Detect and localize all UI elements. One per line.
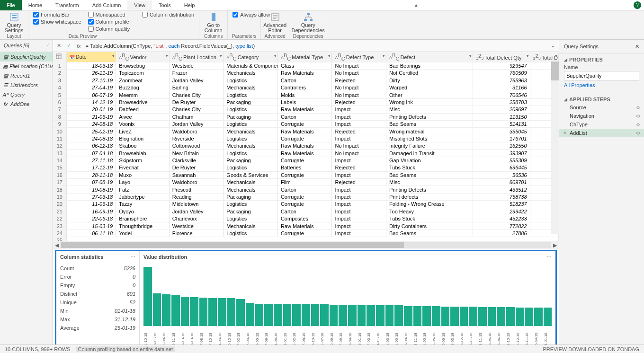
distribution-bar[interactable] bbox=[348, 305, 357, 326]
distribution-bar[interactable] bbox=[274, 304, 282, 327]
applied-step-chtype[interactable]: ChType⚙ bbox=[559, 120, 644, 129]
status-profiling[interactable]: Column profiling based on entire data se… bbox=[76, 346, 175, 352]
table-row[interactable]: 2116-09-19OyoyoJordan ValleyPackagingCar… bbox=[53, 208, 559, 215]
row-number[interactable]: 15 bbox=[53, 164, 66, 171]
distribution-bar[interactable] bbox=[488, 307, 496, 326]
table-row[interactable]: 821-06-19AiveeChathamPackagingCartonImpa… bbox=[53, 113, 559, 120]
distribution-bar[interactable] bbox=[367, 305, 375, 326]
show-whitespace-checkbox[interactable]: Show whitespace bbox=[32, 18, 82, 25]
table-row[interactable]: 506-07-19MeemmCharles CityLogisticsMolds… bbox=[53, 91, 559, 98]
close-settings-icon[interactable]: ✕ bbox=[635, 44, 639, 50]
distribution-bar[interactable] bbox=[376, 305, 385, 326]
query-name-input[interactable] bbox=[564, 71, 639, 80]
distribution-bar[interactable] bbox=[516, 308, 524, 326]
row-number[interactable]: 22 bbox=[53, 215, 66, 222]
table-row[interactable]: 1927-03-18JabbertypeReadingPackagingCorr… bbox=[53, 193, 559, 200]
column-header-defect-type[interactable]: ABCDefect Type▾ bbox=[332, 52, 386, 62]
column-header-material-type[interactable]: ABCMaterial Type▾ bbox=[277, 52, 332, 62]
table-row[interactable]: 1206-12-18SkabooCottonwoodMechanicalsRaw… bbox=[53, 142, 559, 150]
row-number[interactable]: 6 bbox=[53, 98, 66, 106]
column-quality-checkbox[interactable]: Column quality bbox=[87, 26, 131, 32]
transform-tab[interactable]: Transform bbox=[49, 0, 86, 10]
distribution-bar[interactable] bbox=[264, 304, 273, 327]
row-number[interactable]: 18 bbox=[53, 186, 66, 193]
formula-expand-icon[interactable]: ⌄ bbox=[550, 43, 556, 49]
step-settings-icon[interactable]: ⚙ bbox=[636, 114, 640, 119]
row-number[interactable]: 4 bbox=[53, 84, 66, 91]
distribution-bar[interactable] bbox=[199, 298, 208, 326]
distribution-bar[interactable] bbox=[450, 307, 459, 326]
query-item-4[interactable]: AᴮQuery bbox=[0, 90, 53, 99]
applied-step-source[interactable]: Source⚙ bbox=[559, 103, 644, 112]
distribution-bar[interactable] bbox=[320, 304, 329, 326]
home-tab[interactable]: Home bbox=[22, 0, 49, 10]
table-row[interactable]: 2222-06-18BrainsphereCharlevoixLogistics… bbox=[53, 215, 559, 222]
delete-step-icon[interactable]: ✕ bbox=[563, 131, 567, 135]
column-dropdown-icon[interactable]: ▾ bbox=[383, 53, 385, 58]
step-settings-icon[interactable]: ⚙ bbox=[636, 131, 640, 136]
table-row[interactable]: 2011-06-18TazzyMiddletownLogisticsCorrug… bbox=[53, 201, 559, 208]
column-profile-checkbox[interactable]: Column profile bbox=[87, 18, 131, 25]
column-dropdown-icon[interactable]: ▾ bbox=[328, 53, 331, 58]
distribution-bar[interactable] bbox=[292, 304, 301, 326]
distribution-bar[interactable] bbox=[302, 304, 310, 326]
column-distribution-checkbox[interactable]: Column distribution bbox=[141, 11, 195, 18]
table-row[interactable]: 1707-08-19LayoWaldoboroMechanicalsFilmRe… bbox=[53, 179, 559, 186]
row-number[interactable]: 12 bbox=[53, 142, 66, 150]
distribution-bar[interactable] bbox=[255, 304, 264, 327]
table-row[interactable]: 2315-03-19ThoughtbridgeWestsideMechanica… bbox=[53, 222, 559, 229]
all-properties-link[interactable]: All Properties bbox=[564, 80, 639, 90]
row-number[interactable]: 10 bbox=[53, 128, 66, 135]
query-item-1[interactable]: ▦FileLocation (C:\Users... bbox=[0, 62, 53, 71]
row-number[interactable]: 7 bbox=[53, 106, 66, 113]
distribution-bar[interactable] bbox=[236, 299, 245, 327]
applied-step-navigation[interactable]: Navigation⚙ bbox=[559, 112, 644, 120]
row-number[interactable]: 8 bbox=[53, 113, 66, 120]
formula-cancel-icon[interactable]: ✕ bbox=[56, 43, 62, 49]
distribution-bar[interactable] bbox=[394, 305, 403, 326]
always-allow-checkbox[interactable]: Always allow bbox=[232, 11, 257, 18]
distribution-bar[interactable] bbox=[171, 295, 180, 326]
query-item-3[interactable]: ☰ListVendors bbox=[0, 80, 53, 90]
column-header-plant-location[interactable]: ABCPlant Location▾ bbox=[169, 52, 224, 62]
query-item-5[interactable]: fxAddOne bbox=[0, 99, 53, 109]
table-row[interactable]: 614-12-19BrowsedriveDe RuyterPackagingLa… bbox=[53, 98, 559, 106]
table-row[interactable]: 1628-11-18MuxoSavannahGoods & ServicesCo… bbox=[53, 171, 559, 178]
row-number[interactable]: 19 bbox=[53, 193, 66, 200]
row-number[interactable]: 13 bbox=[53, 150, 66, 157]
table-row[interactable]: 1124-08-18BlognationRiversideLogisticsCo… bbox=[53, 135, 559, 142]
tools-tab[interactable]: Tools bbox=[152, 0, 178, 10]
distribution-bar[interactable] bbox=[544, 308, 552, 326]
row-number[interactable]: 24 bbox=[53, 229, 66, 237]
distribution-bar[interactable] bbox=[218, 298, 226, 326]
distribution-bar[interactable] bbox=[143, 267, 152, 326]
table-row[interactable]: 427-04-19BuzzdogBarlingMechanicalsContro… bbox=[53, 84, 559, 91]
table-row[interactable]: 720-01-19DabfeedCharles CityLogisticsRaw… bbox=[53, 106, 559, 113]
distribution-bar[interactable] bbox=[208, 298, 217, 326]
column-header-date[interactable]: 📅Date▾ bbox=[66, 52, 116, 62]
distribution-bar[interactable] bbox=[441, 307, 450, 326]
column-dropdown-icon[interactable]: ▾ bbox=[527, 53, 529, 58]
row-number[interactable]: 9 bbox=[53, 120, 66, 127]
help-icon[interactable]: ? bbox=[634, 1, 641, 9]
row-number[interactable]: 23 bbox=[53, 222, 66, 229]
table-row[interactable]: 226-11-19TopiczoomFrazerMechanicalsRaw M… bbox=[53, 70, 559, 77]
distribution-bar[interactable] bbox=[432, 306, 440, 327]
distribution-bar[interactable] bbox=[385, 305, 394, 326]
distribution-bar[interactable] bbox=[283, 304, 292, 327]
distribution-bar[interactable] bbox=[506, 307, 515, 326]
monospaced-checkbox[interactable]: Monospaced bbox=[87, 11, 131, 18]
go-to-column-button[interactable]: Go to Column bbox=[203, 11, 224, 34]
distribution-bar[interactable] bbox=[153, 293, 161, 326]
dist-menu-icon[interactable]: ⋯ bbox=[546, 254, 552, 260]
table-row[interactable]: 1427-11-18SkipstormClarksvillePackagingC… bbox=[53, 157, 559, 164]
row-number[interactable]: 20 bbox=[53, 201, 66, 208]
distribution-bar[interactable] bbox=[227, 298, 236, 326]
distribution-bar[interactable] bbox=[246, 303, 254, 326]
query-item-2[interactable]: ▦Record1 bbox=[0, 71, 53, 80]
table-row[interactable]: 2406-11-18YodelFlorenceLogisticsCorrugat… bbox=[53, 229, 559, 237]
column-dropdown-icon[interactable]: ▾ bbox=[555, 53, 557, 58]
query-item-0[interactable]: ▦SupplierQuality bbox=[0, 52, 53, 62]
distribution-bar[interactable] bbox=[413, 306, 422, 327]
distribution-bar[interactable] bbox=[525, 308, 533, 326]
